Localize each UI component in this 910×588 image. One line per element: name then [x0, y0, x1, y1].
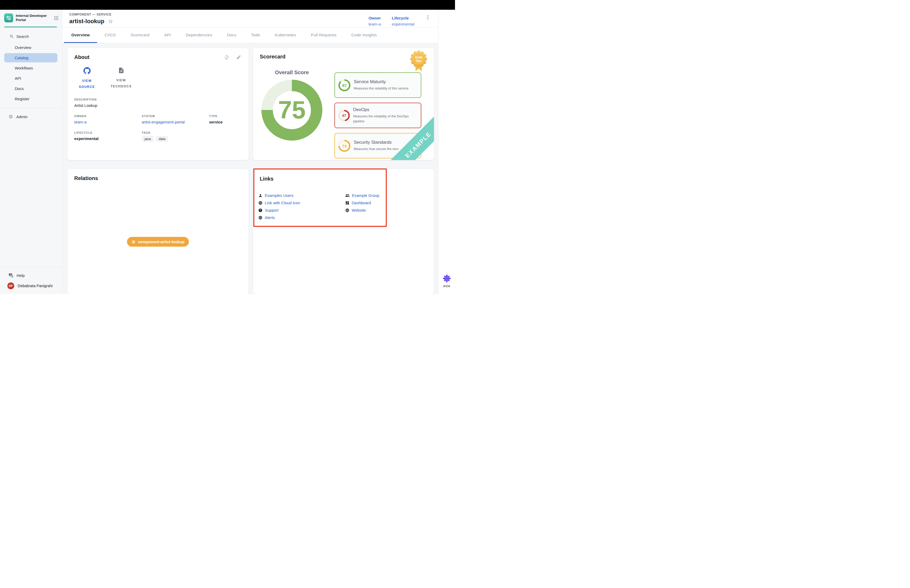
aida-label: AIDA: [443, 284, 450, 288]
about-title: About: [74, 54, 242, 60]
globe-icon: [258, 216, 262, 220]
svg-text:47: 47: [342, 113, 346, 118]
link-examples-users[interactable]: Examples Users: [258, 193, 345, 198]
tag-data[interactable]: data: [156, 136, 168, 142]
refresh-icon[interactable]: [224, 55, 230, 60]
breadcrumb: COMPONENT — SERVICE: [69, 13, 113, 16]
sidebar-item-workflows[interactable]: Workflows: [4, 63, 57, 73]
tag-java[interactable]: java: [142, 136, 154, 142]
about-card: About VIEW SOURCE V: [68, 48, 249, 160]
dashboard-icon: [345, 201, 349, 205]
lifecycle-meta[interactable]: Lifecycle experimental: [392, 15, 414, 27]
type-value: service: [209, 120, 242, 124]
lifecycle-label: Lifecycle: [392, 15, 414, 21]
system-link[interactable]: artist-engagement-portal: [142, 120, 207, 124]
metric-name: Service Maturity: [354, 79, 409, 84]
overall-score-donut: 75: [261, 79, 323, 141]
system-field-label: SYSTEM: [142, 115, 207, 118]
tab-todo[interactable]: Todo: [244, 27, 268, 43]
search-input[interactable]: Search: [10, 34, 62, 39]
document-icon: [118, 67, 124, 74]
search-icon: [10, 34, 14, 39]
gold-tier-badge: Gold Tier: [410, 50, 427, 72]
sidebar-item-docs[interactable]: Docs: [4, 84, 57, 93]
entity-tabs: Overview CI/CD Scorecard API Dependencie…: [62, 27, 438, 44]
sidebar-item-overview[interactable]: Overview: [4, 43, 57, 52]
tab-scorecard[interactable]: Scorecard: [123, 27, 157, 43]
svg-text:Tier: Tier: [416, 59, 422, 63]
sidebar: Internal Developer Portal Search Overvie…: [0, 10, 62, 294]
tab-dependencies[interactable]: Dependencies: [178, 27, 220, 43]
link-dashboard[interactable]: Dashboard: [345, 200, 380, 205]
links-title: Links: [260, 176, 427, 182]
metric-name: Security Standards: [354, 140, 399, 145]
tab-overview[interactable]: Overview: [64, 27, 97, 43]
link-alerts[interactable]: Alerts: [258, 215, 345, 220]
overall-score: Overall Score 75: [260, 69, 323, 141]
tab-cicd[interactable]: CI/CD: [97, 27, 123, 43]
chip-icon: [131, 240, 136, 244]
metric-description: Measures how secure the serv: [354, 147, 399, 151]
apps-grid-icon[interactable]: [54, 16, 58, 20]
tab-api[interactable]: API: [157, 27, 178, 43]
links-card: Links Examples Users Link with Cloud Ico…: [253, 169, 434, 294]
type-field-label: TYPE: [209, 115, 242, 118]
scorecard-card: Scorecard: [253, 48, 434, 160]
tab-pull-requests[interactable]: Pull Requests: [304, 27, 344, 43]
metric-service-maturity[interactable]: 87 Service Maturity Measures the reliabi…: [335, 73, 421, 98]
tab-kubernetes[interactable]: Kubernetes: [268, 27, 304, 43]
link-website[interactable]: Website: [345, 208, 380, 212]
brand-accent-rule: [4, 27, 57, 27]
tab-code-insights[interactable]: Code Insights: [344, 27, 384, 43]
gear-icon: [8, 114, 13, 119]
owner-value: team-a: [369, 21, 381, 27]
entity-header: COMPONENT — SERVICE artist-lookup Owner …: [62, 10, 438, 27]
svg-text:75: 75: [278, 96, 306, 124]
help-chat-icon: ?: [8, 273, 13, 278]
svg-text:74: 74: [342, 144, 346, 148]
favorite-star-icon[interactable]: [108, 19, 113, 24]
svg-text:?: ?: [10, 273, 11, 276]
lifecycle-value: experimental: [392, 21, 414, 27]
sidebar-item-admin[interactable]: Admin: [8, 112, 62, 121]
help-icon: [258, 208, 262, 212]
link-example-group[interactable]: Example Group: [345, 193, 380, 198]
relation-node-artist-lookup[interactable]: component:artist-lookup: [127, 237, 189, 247]
link-with-cloud-icon[interactable]: Link with Cloud Icon: [258, 200, 345, 205]
relation-node-label: component:artist-lookup: [138, 239, 184, 244]
metric-description: Measures the reliability of the DevOps p…: [353, 114, 417, 123]
portal-title: Internal Developer Portal: [16, 14, 51, 22]
svg-text:87: 87: [342, 83, 346, 87]
relations-title: Relations: [74, 175, 242, 181]
edit-pencil-icon[interactable]: [236, 55, 241, 60]
sidebar-item-api[interactable]: API: [4, 74, 57, 83]
help-button[interactable]: ? Help: [8, 271, 62, 280]
overall-score-label: Overall Score: [260, 69, 323, 76]
description-label: DESCRIPTION: [74, 98, 242, 101]
portal-logo: [4, 13, 13, 23]
person-icon: [258, 194, 262, 198]
metric-description: Measures the reliability of this service: [354, 86, 409, 91]
link-support[interactable]: Support: [258, 208, 345, 212]
sidebar-item-register[interactable]: Register: [4, 94, 57, 103]
view-source-label: VIEW SOURCE: [74, 78, 100, 90]
view-source-button[interactable]: VIEW SOURCE: [74, 67, 100, 90]
search-label: Search: [16, 34, 29, 39]
aida-assistant-button[interactable]: AIDA: [442, 274, 451, 294]
owner-meta[interactable]: Owner team-a: [369, 15, 381, 27]
owner-link[interactable]: team-a: [74, 120, 140, 124]
tags-field-label: TAGS: [142, 131, 207, 134]
metric-devops[interactable]: 47 DevOps Measures the reliability of th…: [335, 103, 421, 128]
metric-name: DevOps: [353, 107, 417, 112]
assistant-strip: AIDA: [438, 10, 455, 294]
owner-field-label: OWNER: [74, 115, 140, 118]
sidebar-item-admin-label: Admin: [16, 115, 27, 119]
avatar: DP: [7, 283, 14, 289]
owner-label: Owner: [369, 15, 381, 21]
top-black-bar: [0, 0, 455, 10]
sidebar-item-catalog[interactable]: Catalog: [4, 53, 57, 62]
more-options-kebab-icon[interactable]: [425, 15, 430, 27]
view-techdocs-button[interactable]: VIEW TECHDOCS: [108, 67, 134, 90]
tab-docs[interactable]: Docs: [220, 27, 244, 43]
user-profile[interactable]: DP Debabrata Panigrahi: [7, 283, 62, 289]
